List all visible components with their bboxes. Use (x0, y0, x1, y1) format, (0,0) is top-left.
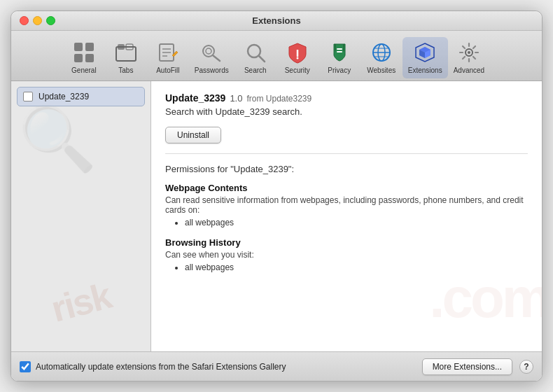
svg-line-34 (463, 46, 465, 48)
svg-rect-20 (337, 51, 342, 52)
toolbar-item-privacy[interactable]: Privacy (318, 37, 360, 78)
svg-line-35 (473, 57, 475, 59)
extension-source: from Update3239 (246, 94, 312, 104)
help-button[interactable]: ? (519, 360, 533, 374)
svg-rect-3 (85, 54, 94, 62)
more-extensions-button[interactable]: More Extensions... (422, 358, 512, 375)
uninstall-button[interactable]: Uninstall (165, 127, 221, 144)
toolbar-item-general[interactable]: General (63, 37, 105, 78)
svg-line-14 (213, 55, 220, 61)
passwords-icon (199, 40, 224, 65)
extension-version: 1.0 (230, 93, 242, 104)
extensions-icon (412, 40, 438, 65)
detail-panel: .com Update_3239 1.0 from Update3239 Sea… (151, 81, 542, 351)
svg-point-18 (296, 57, 298, 59)
passwords-label: Passwords (195, 66, 229, 74)
window-title: Extensions (252, 15, 300, 26)
perm-webpage-desc: Can read sensitive information from webp… (165, 195, 528, 215)
general-icon (71, 40, 97, 65)
security-label: Security (285, 66, 310, 74)
title-bar: Extensions (11, 11, 542, 31)
toolbar-item-passwords[interactable]: Passwords (189, 37, 234, 78)
svg-line-36 (473, 46, 475, 48)
permissions-heading: Permissions for "Update_3239": (165, 164, 528, 174)
extension-header: Update_3239 1.0 from Update3239 Search w… (165, 92, 528, 117)
toolbar-item-tabs[interactable]: Tabs (105, 37, 147, 78)
general-label: General (71, 66, 97, 74)
auto-update-row: Automatically update extensions from the… (20, 361, 415, 372)
traffic-lights (20, 16, 55, 25)
websites-icon (369, 40, 394, 65)
svg-rect-0 (74, 43, 83, 51)
svg-rect-19 (337, 48, 342, 50)
sidebar-magnifier-watermark: 🔍 (18, 102, 97, 176)
search-label: Search (244, 66, 267, 74)
sidebar-watermark: risk (11, 264, 151, 340)
advanced-label: Advanced (454, 66, 484, 74)
auto-update-label: Automatically update extensions from the… (36, 362, 286, 372)
perm-webpage-title: Webpage Contents (165, 183, 528, 193)
security-icon (285, 40, 310, 65)
autofill-icon (155, 40, 181, 65)
toolbar-item-advanced[interactable]: Advanced (448, 37, 490, 78)
privacy-icon (327, 40, 352, 65)
extension-list-item[interactable]: Update_3239 (17, 87, 145, 106)
main-content: 🔍 risk Update_3239 .com Update_3239 1.0 … (11, 81, 542, 351)
tabs-icon (113, 40, 139, 65)
toolbar-item-autofill[interactable]: AutoFill (147, 37, 189, 78)
toolbar: General Tabs A (11, 31, 542, 81)
perm-webpage-list: all webpages (165, 218, 528, 227)
svg-point-29 (468, 51, 470, 54)
main-window: Extensions General T (10, 10, 542, 382)
svg-rect-2 (74, 54, 83, 62)
svg-rect-1 (85, 43, 94, 51)
permissions-divider (165, 153, 528, 154)
extension-item-name: Update_3239 (38, 92, 89, 102)
perm-webpage-item: all webpages (185, 218, 528, 227)
minimize-button[interactable] (33, 16, 42, 25)
extension-name: Update_3239 (165, 92, 225, 104)
websites-label: Websites (367, 66, 396, 74)
perm-browsing-item: all webpages (185, 262, 528, 272)
toolbar-item-extensions[interactable]: Extensions (402, 37, 448, 78)
auto-update-checkbox[interactable] (20, 361, 31, 372)
svg-line-37 (463, 57, 465, 59)
toolbar-item-search[interactable]: Search (234, 37, 276, 78)
svg-rect-5 (118, 44, 125, 50)
toolbar-item-security[interactable]: Security (276, 37, 318, 78)
svg-point-13 (206, 48, 211, 54)
tabs-label: Tabs (118, 66, 133, 74)
privacy-label: Privacy (328, 66, 351, 74)
autofill-label: AutoFill (156, 66, 179, 74)
toolbar-item-websites[interactable]: Websites (360, 37, 402, 78)
perm-browsing-list: all webpages (165, 262, 528, 272)
permission-browsing-history: Browsing History Can see when you visit:… (165, 237, 528, 272)
extension-checkbox[interactable] (23, 92, 33, 102)
detail-watermark: .com (429, 266, 542, 330)
bottom-bar: Automatically update extensions from the… (11, 351, 542, 381)
perm-browsing-desc: Can see when you visit: (165, 250, 528, 260)
extensions-label: Extensions (408, 66, 442, 74)
advanced-icon (456, 40, 482, 65)
close-button[interactable] (20, 16, 29, 25)
perm-browsing-title: Browsing History (165, 237, 528, 248)
extension-title-line: Update_3239 1.0 from Update3239 (165, 92, 528, 104)
svg-line-16 (259, 56, 265, 62)
permission-webpage-contents: Webpage Contents Can read sensitive info… (165, 183, 528, 227)
extension-description: Search with Update_3239 search. (165, 106, 528, 117)
sidebar: 🔍 risk Update_3239 (11, 81, 151, 351)
search-icon (243, 40, 268, 65)
maximize-button[interactable] (46, 16, 55, 25)
